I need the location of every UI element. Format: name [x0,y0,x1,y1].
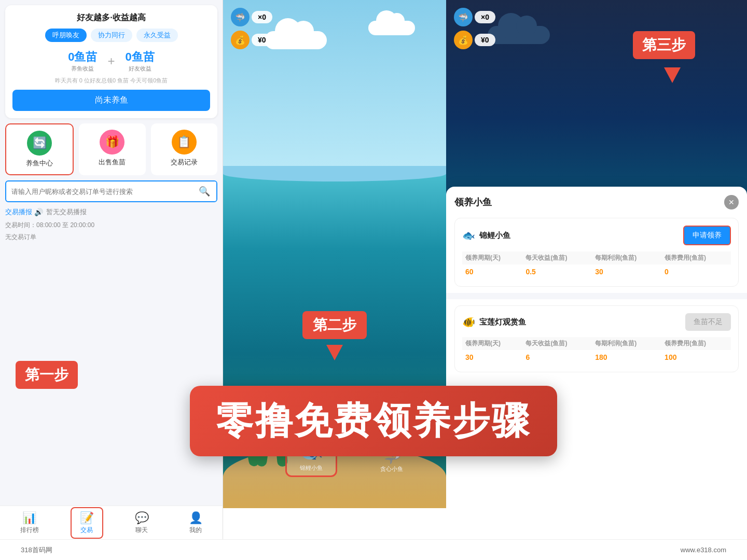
fish-2-td-2: 6 [522,350,592,365]
fish-card-2: 🐠 宝莲灯观赏鱼 鱼苗不足 领养周期(天) 每天收益(鱼苗) 每期利润(鱼苗) … [454,305,739,372]
broadcast-label: 交易播报 [5,207,32,217]
fish-2-th-3: 每期利润(鱼苗) [592,337,661,350]
fish-slot-2[interactable]: 🦈 贪心小鱼 [368,441,415,477]
fish-2-td-4: 100 [661,350,731,365]
nav-chat[interactable]: 💬 聊天 [127,508,157,538]
fish-1-th-1: 领养周期(天) [462,251,522,264]
fish-2-icon: 🐠 [462,316,475,328]
fish-2-th-4: 领养费用(鱼苗) [661,337,731,350]
cloud2 [368,21,415,35]
dark-shark-score: ×0 [475,11,495,23]
quick-icons: 🔄 养鱼中心 🎁 出售鱼苗 📋 交易记录 [5,123,217,175]
fish-center-circle: 🔄 [27,131,52,156]
fish-2-stats: 领养周期(天) 每天收益(鱼苗) 每期利润(鱼苗) 领养费用(鱼苗) 30 6 … [462,337,731,365]
step2-arrow [326,345,343,360]
tab-call-friends[interactable]: 呼朋唤友 [45,29,87,42]
fish-card-1-header: 🐟 锦鲤小鱼 申请领养 [462,226,731,245]
fish-card-2-header: 🐠 宝莲灯观赏鱼 鱼苗不足 [462,313,731,331]
right-panel-top: 🦈 ×0 💰 ¥0 [446,0,747,197]
fish-2-td-3: 180 [592,350,661,365]
fish-1-td-1: 60 [462,264,522,279]
fish-slot-1[interactable]: 🐟 锦鲤小鱼 [285,436,337,477]
fish-button[interactable]: 尚未养鱼 [12,90,210,111]
game-underwater: 🦀 ⭐ 🐟 锦鲤小鱼 🦈 贪心小鱼 第二步 [223,249,446,508]
ranking-icon: 📊 [22,511,36,525]
footer-right: www.e318.com [681,546,726,554]
search-input[interactable] [6,184,192,200]
friend-tabs: 呼朋唤友 协力同行 永久受益 [12,29,210,42]
sell-fish-label: 出售鱼苗 [99,158,126,167]
tab-cooperate[interactable]: 协力同行 [91,29,132,42]
right-earning: 0鱼苗 好友收益 [126,49,155,73]
mine-label: 我的 [189,526,202,535]
dark-sky: 🦈 ×0 💰 ¥0 [446,0,747,197]
tab-permanent[interactable]: 永久受益 [136,29,178,42]
trade-order: 无交易订单 [5,233,217,242]
trade-record-icon[interactable]: 📋 交易记录 [151,123,217,175]
step1-badge: 第一步 [16,361,78,389]
chat-icon: 💬 [135,511,149,525]
fish-card-1: 🐟 锦鲤小鱼 申请领养 领养周期(天) 每天收益(鱼苗) 每期利润(鱼苗) 领养… [454,218,739,287]
fish-2-th-1: 领养周期(天) [462,337,522,350]
trade-icon: 📝 [80,511,94,525]
search-bar: 🔍 [5,180,217,202]
fish-1-th-3: 每期利润(鱼苗) [592,251,661,264]
fish-1-name: 🐟 锦鲤小鱼 [462,229,510,242]
fish-slot-2-icon: 🦈 [381,445,402,465]
hud-coin: 💰 ¥0 [231,31,272,49]
left-earning: 0鱼苗 养鱼收益 [68,49,97,73]
dark-shark-icon: 🦈 [454,8,473,26]
shark-score: ×0 [252,11,272,23]
adopt-button-2: 鱼苗不足 [685,313,731,331]
adopt-button-1[interactable]: 申请领养 [683,226,731,245]
middle-panel: 🦈 ×0 💰 ¥0 🦀 ⭐ 🐟 锦鲤小鱼 [223,0,446,539]
fish-1-name-text: 锦鲤小鱼 [479,231,510,241]
game-water [223,166,446,249]
plus-sign: + [107,54,115,68]
trade-label: 交易 [80,526,93,535]
cloud1 [265,31,327,49]
hud-shark: 🦈 ×0 [231,8,272,26]
card-title: 好友越多·收益越高 [12,12,210,23]
fish-1-td-2: 0.5 [522,264,592,279]
footer-left: 318首码网 [21,545,52,555]
right-panel: 🦈 ×0 💰 ¥0 第三步 领养小鱼 ✕ [446,0,747,539]
sell-fish-circle: 🎁 [100,130,125,155]
earnings-row: 0鱼苗 养鱼收益 + 0鱼苗 好友收益 [12,49,210,73]
fish-2-name-text: 宝莲灯观赏鱼 [479,317,526,327]
left-earning-value: 0鱼苗 [68,49,97,65]
footer: 318首码网 www.e318.com [0,539,747,560]
fish-slot-2-label: 贪心小鱼 [380,465,403,473]
mine-icon: 👤 [189,511,203,525]
fish-1-th-4: 领养费用(鱼苗) [661,251,731,264]
left-earning-label: 养鱼收益 [68,65,97,73]
nav-trade[interactable]: 📝 交易 [71,507,103,539]
game-sky: 🦈 ×0 💰 ¥0 [223,0,446,166]
right-earning-label: 好友收益 [126,65,155,73]
nav-mine[interactable]: 👤 我的 [181,508,211,538]
friend-earnings-card: 好友越多·收益越高 呼朋唤友 协力同行 永久受益 0鱼苗 养鱼收益 + 0鱼苗 … [5,5,217,118]
sell-fish-icon[interactable]: 🎁 出售鱼苗 [79,123,145,175]
dark-coin-icon: 💰 [454,31,473,49]
adopt-modal: 领养小鱼 ✕ 🐟 锦鲤小鱼 申请领养 领养周期(天) 每天收益(鱼苗) 每期利 [446,187,747,539]
fish-slot-1-label: 锦鲤小鱼 [300,464,323,472]
step3-badge: 第三步 [633,31,695,59]
left-panel: 好友越多·收益越高 呼朋唤友 协力同行 永久受益 0鱼苗 养鱼收益 + 0鱼苗 … [0,0,223,539]
trade-broadcast: 交易播报 🔊 暂无交易播报 [5,207,217,217]
close-button[interactable]: ✕ [724,195,739,209]
info-text: 昨天共有 0 位好友总领0 鱼苗 今天可领0鱼苗 [12,77,210,85]
fish-center-icon[interactable]: 🔄 养鱼中心 [5,123,74,175]
search-button[interactable]: 🔍 [192,181,216,201]
trade-time: 交易时间：08:00:00 至 20:00:00 [5,221,217,230]
fish-2-th-2: 每天收益(鱼苗) [522,337,592,350]
trade-record-label: 交易记录 [171,158,198,167]
fish-2-name: 🐠 宝莲灯观赏鱼 [462,316,526,328]
fish-1-td-4: 0 [661,264,731,279]
coin-icon: 💰 [231,31,250,49]
fish-2-td-1: 30 [462,350,522,365]
nav-ranking[interactable]: 📊 排行榜 [12,508,47,538]
modal-header: 领养小鱼 ✕ [454,195,739,209]
wave [223,166,446,181]
chat-label: 聊天 [135,526,148,535]
bottom-nav: 📊 排行榜 📝 交易 💬 聊天 👤 我的 [0,506,223,539]
